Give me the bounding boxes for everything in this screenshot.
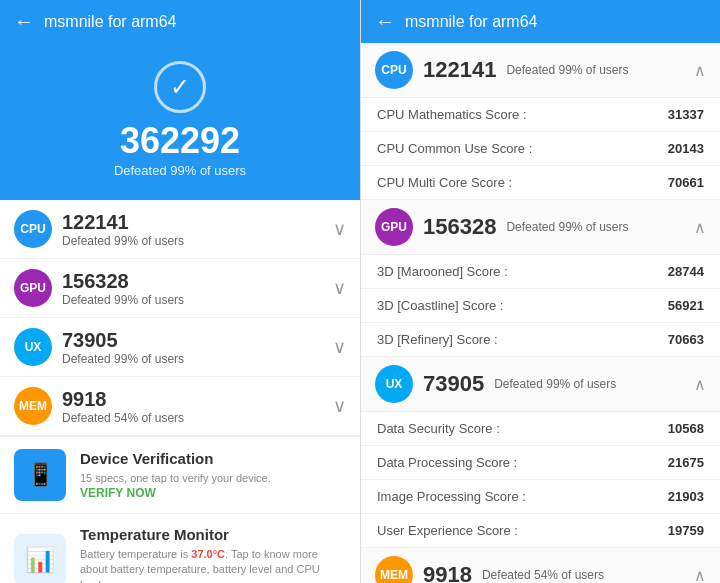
category-list: CPU 122141 Defeated 99% of users ∨ GPU 1…	[0, 200, 360, 583]
device-verification-card[interactable]: 📱 Device Verification 15 specs, one tap …	[0, 437, 360, 514]
gpu-category-row[interactable]: GPU 156328 Defeated 99% of users ∨	[0, 259, 360, 318]
left-panel: ← msmnile for arm64 ✓ 362292 Defeated 99…	[0, 0, 360, 583]
ux-processing-value: 21675	[668, 455, 704, 470]
cpu-section-header[interactable]: CPU 122141 Defeated 99% of users ∧	[361, 43, 720, 98]
temp-desc-prefix: Battery temperature is	[80, 548, 191, 560]
ux-defeated: Defeated 99% of users	[62, 352, 323, 366]
device-card-title: Device Verification	[80, 450, 346, 467]
ux-security-label: Data Security Score :	[377, 421, 500, 436]
gpu-info: 156328 Defeated 99% of users	[62, 270, 323, 307]
ux-category-row[interactable]: UX 73905 Defeated 99% of users ∨	[0, 318, 360, 377]
cpu-math-label: CPU Mathematics Score :	[377, 107, 527, 122]
gpu-refinery-value: 70663	[668, 332, 704, 347]
temperature-monitor-card[interactable]: 📊 Temperature Monitor Battery temperatur…	[0, 514, 360, 583]
right-ux-badge: UX	[375, 365, 413, 403]
score-circle: ✓	[154, 61, 206, 113]
checkmark-icon: ✓	[170, 73, 190, 101]
cpu-multi-score-row: CPU Multi Core Score : 70661	[361, 166, 720, 200]
cpu-common-value: 20143	[668, 141, 704, 156]
right-gpu-defeated: Defeated 99% of users	[506, 220, 684, 234]
ux-badge: UX	[14, 328, 52, 366]
right-ux-score: 73905	[423, 371, 484, 397]
gpu-marooned-row: 3D [Marooned] Score : 28744	[361, 255, 720, 289]
verify-now-button[interactable]: VERIFY NOW	[80, 486, 346, 500]
mem-section-header[interactable]: MEM 9918 Defeated 54% of users ∧	[361, 548, 720, 583]
right-content: CPU 122141 Defeated 99% of users ∧ CPU M…	[361, 43, 720, 583]
gpu-coastline-row: 3D [Coastline] Score : 56921	[361, 289, 720, 323]
cpu-multi-value: 70661	[668, 175, 704, 190]
cpu-info: 122141 Defeated 99% of users	[62, 211, 323, 248]
cpu-score: 122141	[62, 211, 323, 234]
gpu-marooned-value: 28744	[668, 264, 704, 279]
app-title-left: msmnile for arm64	[44, 13, 176, 31]
device-card-desc: 15 specs, one tap to verify your device.	[80, 471, 346, 486]
right-mem-badge: MEM	[375, 556, 413, 583]
mem-section-arrow: ∧	[694, 566, 706, 584]
main-defeated-text: Defeated 99% of users	[114, 163, 246, 178]
ux-image-row: Image Processing Score : 21903	[361, 480, 720, 514]
mem-badge: MEM	[14, 387, 52, 425]
left-header: ← msmnile for arm64	[0, 0, 360, 43]
ux-security-value: 10568	[668, 421, 704, 436]
gpu-coastline-value: 56921	[668, 298, 704, 313]
cpu-common-label: CPU Common Use Score :	[377, 141, 532, 156]
gpu-section-header[interactable]: GPU 156328 Defeated 99% of users ∧	[361, 200, 720, 255]
ux-processing-row: Data Processing Score : 21675	[361, 446, 720, 480]
back-button-right[interactable]: ←	[375, 10, 395, 33]
ux-experience-label: User Experience Score :	[377, 523, 518, 538]
cpu-badge: CPU	[14, 210, 52, 248]
temp-icon-box: 📊	[14, 534, 66, 583]
ux-experience-row: User Experience Score : 19759	[361, 514, 720, 548]
device-icon: 📱	[27, 462, 54, 488]
mem-category-row[interactable]: MEM 9918 Defeated 54% of users ∨	[0, 377, 360, 436]
cpu-math-score-row: CPU Mathematics Score : 31337	[361, 98, 720, 132]
gpu-refinery-row: 3D [Refinery] Score : 70663	[361, 323, 720, 357]
device-card-text: Device Verification 15 specs, one tap to…	[80, 450, 346, 500]
back-button-left[interactable]: ←	[14, 10, 34, 33]
right-mem-score: 9918	[423, 562, 472, 583]
cpu-category-row[interactable]: CPU 122141 Defeated 99% of users ∨	[0, 200, 360, 259]
mem-score: 9918	[62, 388, 323, 411]
right-gpu-badge: GPU	[375, 208, 413, 246]
cpu-arrow-icon: ∨	[333, 218, 346, 240]
gpu-marooned-label: 3D [Marooned] Score :	[377, 264, 508, 279]
app-title-right: msmnile for arm64	[405, 13, 537, 31]
right-header: ← msmnile for arm64	[361, 0, 720, 43]
ux-arrow-icon: ∨	[333, 336, 346, 358]
ux-image-value: 21903	[668, 489, 704, 504]
ux-info: 73905 Defeated 99% of users	[62, 329, 323, 366]
score-banner: ✓ 362292 Defeated 99% of users	[0, 43, 360, 200]
right-gpu-score: 156328	[423, 214, 496, 240]
temp-icon: 📊	[25, 546, 55, 574]
temp-card-text: Temperature Monitor Battery temperature …	[80, 526, 346, 583]
gpu-score: 156328	[62, 270, 323, 293]
cpu-multi-label: CPU Multi Core Score :	[377, 175, 512, 190]
cpu-section-arrow: ∧	[694, 61, 706, 80]
cards-section: 📱 Device Verification 15 specs, one tap …	[0, 436, 360, 583]
device-icon-box: 📱	[14, 449, 66, 501]
ux-section-header[interactable]: UX 73905 Defeated 99% of users ∧	[361, 357, 720, 412]
mem-arrow-icon: ∨	[333, 395, 346, 417]
gpu-coastline-label: 3D [Coastline] Score :	[377, 298, 503, 313]
right-mem-defeated: Defeated 54% of users	[482, 568, 684, 582]
temp-value: 37.0°C	[191, 548, 225, 560]
gpu-defeated: Defeated 99% of users	[62, 293, 323, 307]
ux-score: 73905	[62, 329, 323, 352]
gpu-arrow-icon: ∨	[333, 277, 346, 299]
cpu-math-value: 31337	[668, 107, 704, 122]
right-cpu-badge: CPU	[375, 51, 413, 89]
cpu-defeated: Defeated 99% of users	[62, 234, 323, 248]
ux-experience-value: 19759	[668, 523, 704, 538]
right-cpu-score: 122141	[423, 57, 496, 83]
ux-section-arrow: ∧	[694, 375, 706, 394]
right-ux-defeated: Defeated 99% of users	[494, 377, 684, 391]
gpu-section-arrow: ∧	[694, 218, 706, 237]
temp-card-desc: Battery temperature is 37.0°C. Tap to kn…	[80, 547, 346, 583]
cpu-common-score-row: CPU Common Use Score : 20143	[361, 132, 720, 166]
ux-security-row: Data Security Score : 10568	[361, 412, 720, 446]
right-cpu-defeated: Defeated 99% of users	[506, 63, 684, 77]
mem-info: 9918 Defeated 54% of users	[62, 388, 323, 425]
ux-processing-label: Data Processing Score :	[377, 455, 517, 470]
mem-defeated: Defeated 54% of users	[62, 411, 323, 425]
gpu-refinery-label: 3D [Refinery] Score :	[377, 332, 498, 347]
